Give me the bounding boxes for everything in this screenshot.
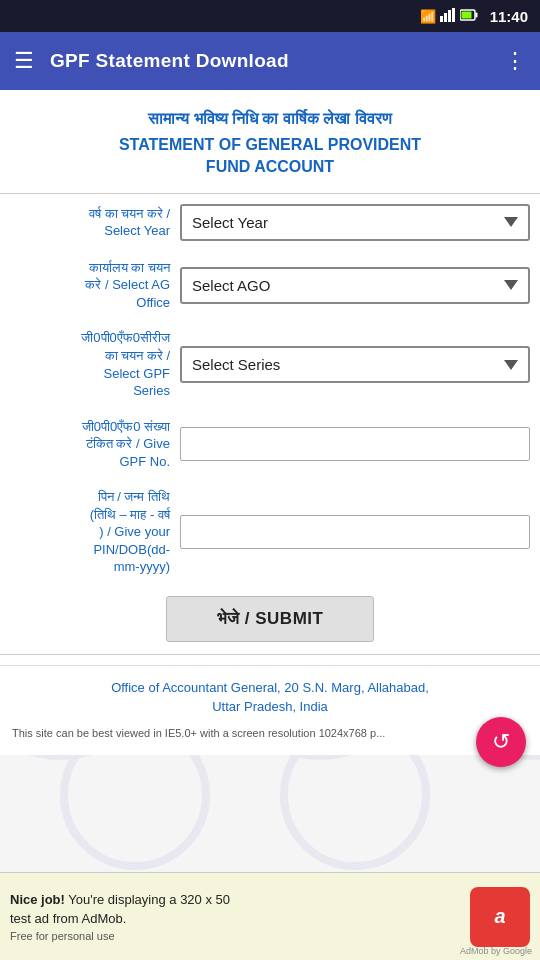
footer-divider — [0, 654, 540, 655]
gpf-input[interactable] — [180, 427, 530, 461]
series-dropdown-wrapper: Select Series — [180, 346, 530, 383]
ad-title: Nice job! You're displaying a 320 x 50 t… — [10, 891, 460, 927]
ago-dropdown-wrapper: Select AGO — [180, 267, 530, 304]
svg-rect-6 — [461, 11, 471, 18]
pin-row: पिन / जन्म तिथि (तिथि – माह - वर्ष ) / G… — [10, 488, 530, 576]
status-icons: 📶 — [420, 8, 478, 25]
app-title: GPF Statement Download — [50, 50, 488, 72]
footer-area: Office of Accountant General, 20 S.N. Ma… — [0, 665, 540, 721]
fab-icon: ↺ — [492, 729, 510, 755]
gpf-row: जी0पी0एँफ0 संख्या टंकित करे / Give GPF N… — [10, 418, 530, 471]
ad-logo: a — [470, 887, 530, 947]
year-dropdown-text: Select Year — [192, 214, 268, 231]
series-label: जी0पी0एँफ0सीरीज का चयन करे / Select GPF … — [10, 329, 170, 399]
ad-logo-text: a — [494, 905, 505, 928]
gpf-input-wrapper — [180, 427, 530, 461]
header-hindi: सामान्य भविष्य निधि का वार्षिक लेखा विवर… — [0, 106, 540, 132]
battery-icon — [460, 9, 478, 24]
wifi-icon: 📶 — [420, 9, 436, 24]
series-dropdown-arrow — [504, 360, 518, 370]
pin-input-wrapper — [180, 515, 530, 549]
svg-rect-1 — [444, 13, 447, 22]
fab-button[interactable]: ↺ — [476, 717, 526, 767]
year-dropdown[interactable]: Select Year — [180, 204, 530, 241]
page-scroll: सामान्य भविष्य निधि का वार्षिक लेखा विवर… — [0, 90, 540, 872]
footer-office: Office of Accountant General, 20 S.N. Ma… — [16, 678, 524, 717]
series-dropdown-text: Select Series — [192, 356, 280, 373]
ad-subtitle: Free for personal use — [10, 930, 460, 942]
ad-banner: Nice job! You're displaying a 320 x 50 t… — [0, 872, 540, 960]
more-icon[interactable]: ⋮ — [504, 48, 526, 74]
ad-bold: Nice job! — [10, 892, 65, 907]
svg-rect-2 — [448, 10, 451, 22]
browser-note: This site can be best viewed in IE5.0+ w… — [0, 721, 540, 745]
menu-icon[interactable]: ☰ — [14, 48, 34, 74]
svg-rect-0 — [440, 16, 443, 22]
ad-text-area: Nice job! You're displaying a 320 x 50 t… — [10, 891, 460, 941]
svg-rect-3 — [452, 8, 455, 22]
header-english: STATEMENT OF GENERAL PROVIDENT FUND ACCO… — [0, 132, 540, 189]
form: वर्ष का चयन करे / Select Year Select Yea… — [0, 204, 540, 576]
pin-label: पिन / जन्म तिथि (तिथि – माह - वर्ष ) / G… — [10, 488, 170, 576]
year-dropdown-arrow — [504, 217, 518, 227]
main-content: सामान्य भविष्य निधि का वार्षिक लेखा विवर… — [0, 90, 540, 755]
svg-rect-5 — [475, 12, 477, 17]
status-bar: 📶 11:40 — [0, 0, 540, 32]
ago-dropdown-arrow — [504, 280, 518, 290]
header-divider — [0, 193, 540, 194]
year-label: वर्ष का चयन करे / Select Year — [10, 205, 170, 240]
admob-label: AdMob by Google — [460, 946, 532, 956]
series-dropdown[interactable]: Select Series — [180, 346, 530, 383]
ago-dropdown[interactable]: Select AGO — [180, 267, 530, 304]
ago-label: कार्यालय का चयन करे / Select AG Office — [10, 259, 170, 312]
submit-button[interactable]: भेजे / SUBMIT — [166, 596, 375, 642]
status-time: 11:40 — [490, 8, 528, 25]
year-row: वर्ष का चयन करे / Select Year Select Yea… — [10, 204, 530, 241]
gpf-label: जी0पी0एँफ0 संख्या टंकित करे / Give GPF N… — [10, 418, 170, 471]
app-bar: ☰ GPF Statement Download ⋮ — [0, 32, 540, 90]
ago-row: कार्यालय का चयन करे / Select AG Office S… — [10, 259, 530, 312]
ago-dropdown-text: Select AGO — [192, 277, 270, 294]
signal-icon — [440, 8, 456, 25]
submit-area: भेजे / SUBMIT — [0, 596, 540, 642]
series-row: जी0पी0एँफ0सीरीज का चयन करे / Select GPF … — [10, 329, 530, 399]
pin-input[interactable] — [180, 515, 530, 549]
year-dropdown-wrapper: Select Year — [180, 204, 530, 241]
